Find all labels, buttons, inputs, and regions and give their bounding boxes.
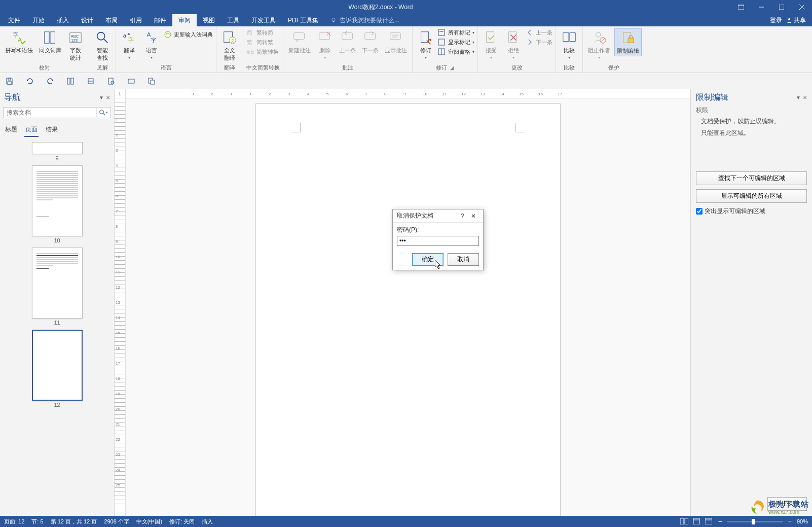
dialog-close-button[interactable]: ✕ (468, 213, 479, 220)
nav-tab-results[interactable]: 结果 (45, 123, 59, 137)
thesaurus-button[interactable]: 同义词库 (37, 28, 63, 55)
restrict-dropdown-icon[interactable]: ▼ (796, 95, 801, 100)
close-button[interactable] (792, 0, 812, 14)
view-read-mode[interactable] (680, 518, 689, 525)
thumb-12[interactable]: 12 (32, 330, 83, 408)
translate-button[interactable]: a字翻译▾ (119, 28, 139, 61)
qat-btn-4[interactable] (65, 76, 76, 87)
review-pane-button[interactable]: 审阅窗格 ▾ (438, 48, 474, 56)
qat-btn-5[interactable] (85, 76, 96, 87)
svg-point-66 (100, 110, 104, 114)
show-markup-button[interactable]: 显示标记 ▾ (438, 38, 474, 46)
zoom-level[interactable]: 90% (797, 518, 808, 524)
status-insert[interactable]: 插入 (202, 518, 213, 525)
tab-mailings[interactable]: 邮件 (148, 14, 172, 26)
thumb-9[interactable]: 9 (32, 142, 83, 161)
tab-file[interactable]: 文件 (2, 14, 26, 26)
tracking-launcher[interactable]: ◢ (448, 65, 454, 71)
tab-insert[interactable]: 插入 (51, 14, 75, 26)
nav-search-button[interactable]: ▾ (96, 108, 110, 118)
show-all-regions-button[interactable]: 显示可编辑的所有区域 (696, 189, 807, 203)
minimize-button[interactable] (751, 0, 771, 14)
compare-button[interactable]: 比较▾ (559, 28, 579, 61)
spelling-button[interactable]: 字A拼写和语法 (3, 28, 35, 55)
block-authors-button[interactable]: 阻止作者▾ (586, 28, 612, 61)
accept-button[interactable]: 接受▾ (481, 28, 501, 61)
nav-tab-pages[interactable]: 页面 (24, 123, 39, 137)
status-page[interactable]: 页面: 12 (4, 518, 24, 525)
login-link[interactable]: 登录 (770, 16, 782, 25)
ribbon-options-icon[interactable] (731, 0, 751, 14)
share-button[interactable]: 共享 (786, 16, 806, 25)
save-button[interactable] (4, 76, 15, 87)
highlight-regions-checkbox[interactable]: 突出显示可编辑的区域 (696, 205, 807, 218)
restrict-line1: 文档受保护，以防止误编辑。 (696, 116, 807, 127)
svg-rect-56 (8, 82, 12, 84)
word-count-button[interactable]: ABC123字数 统计 (65, 28, 86, 63)
nav-search-input[interactable] (4, 108, 96, 118)
update-ime-button[interactable]: 更新输入法词典 (164, 30, 213, 39)
view-print-layout[interactable] (692, 518, 701, 525)
find-next-region-button[interactable]: 查找下一个可编辑的区域 (696, 171, 807, 185)
status-lang[interactable]: 中文(中国) (136, 518, 162, 525)
maximize-button[interactable] (771, 0, 792, 14)
svg-line-17 (104, 39, 108, 43)
dialog-help-button[interactable]: ? (457, 213, 468, 220)
ruler-corner[interactable]: L (115, 89, 126, 98)
qat-btn-7[interactable] (126, 76, 137, 87)
svg-point-22 (165, 31, 171, 38)
quick-access-toolbar (0, 73, 812, 89)
svg-rect-34 (364, 33, 375, 40)
title-filename: Word教程2.docx (349, 4, 393, 11)
nav-dropdown-icon[interactable]: ▼ (99, 95, 104, 100)
undo-button[interactable] (24, 76, 35, 87)
qat-btn-8[interactable] (146, 76, 157, 87)
restrict-close-icon[interactable]: ✕ (803, 95, 807, 100)
status-track[interactable]: 修订: 关闭 (169, 518, 195, 525)
dialog-ok-button[interactable]: 确定 (412, 253, 444, 266)
reject-button[interactable]: 拒绝▾ (503, 28, 524, 61)
zoom-out[interactable]: − (718, 517, 722, 525)
tab-tools[interactable]: 工具 (221, 14, 245, 26)
smart-lookup-button[interactable]: 智能 查找 (92, 28, 113, 63)
thumb-10[interactable]: 10 (32, 165, 83, 243)
qat-print-preview[interactable] (105, 76, 117, 87)
tab-pdf[interactable]: PDF工具集 (282, 14, 324, 26)
page-12[interactable] (255, 103, 561, 516)
language-button[interactable]: A字语言▾ (141, 28, 162, 61)
nav-thumbnails[interactable]: 9 10 11 12 (0, 139, 114, 516)
tab-design[interactable]: 设计 (75, 14, 99, 26)
markup-dropdown[interactable]: 所有标记 ▾ (438, 28, 474, 37)
status-section[interactable]: 节: 5 (31, 518, 43, 525)
stop-protection-button[interactable]: 停止保护 (767, 497, 807, 511)
zoom-in[interactable]: + (788, 518, 792, 525)
svg-text:a: a (123, 32, 127, 39)
restrict-editing-button[interactable]: 限制编辑 (614, 28, 642, 56)
tab-layout[interactable]: 布局 (99, 14, 124, 26)
dialog-password-input[interactable] (397, 236, 479, 246)
svg-text:繁: 繁 (247, 39, 252, 45)
full-translate-button[interactable]: 文全文 翻译 (219, 28, 240, 63)
track-changes-button[interactable]: 修订▾ (416, 28, 436, 61)
tab-review[interactable]: 审阅 (172, 14, 197, 26)
tell-me-search[interactable]: 告诉我您想要做什么... (324, 14, 770, 26)
ribbon-group-comments: 新建批注 删除▾ 上一条 下一条 显示批注 批注 (283, 26, 413, 73)
tab-view[interactable]: 视图 (197, 14, 221, 26)
zoom-slider[interactable] (727, 521, 783, 522)
next-comment-button: 下一条 (360, 28, 381, 55)
thumb-11[interactable]: 11 (32, 248, 83, 326)
nav-close-icon[interactable]: ✕ (106, 95, 110, 100)
tab-developer[interactable]: 开发工具 (245, 14, 282, 26)
redo-button[interactable] (45, 76, 56, 87)
status-pages[interactable]: 第 12 页，共 12 页 (51, 518, 97, 525)
nav-tab-headings[interactable]: 标题 (4, 123, 18, 137)
tab-home[interactable]: 开始 (26, 14, 51, 26)
vertical-ruler[interactable]: 1234567891011121314151617181920212223242… (115, 89, 126, 516)
nav-search[interactable]: ▾ (3, 107, 111, 118)
view-web-layout[interactable] (704, 518, 713, 525)
dialog-cancel-button[interactable]: 取消 (448, 253, 479, 266)
status-words[interactable]: 2908 个字 (104, 518, 129, 525)
svg-rect-68 (680, 518, 684, 524)
tab-references[interactable]: 引用 (124, 14, 148, 26)
ribbon-group-compare: 比较▾ 比较 (556, 26, 583, 73)
